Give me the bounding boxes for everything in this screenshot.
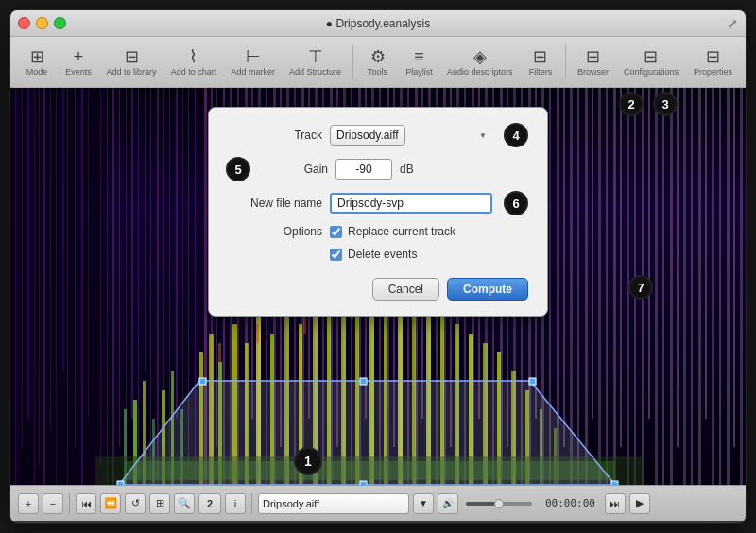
export-dialog: Track Dripsody.aiff 4 5 Gain dB bbox=[208, 107, 548, 317]
filters-icon: ⊟ bbox=[533, 48, 547, 65]
skip-end-button[interactable]: ⏭ bbox=[605, 493, 626, 514]
volume-slider[interactable] bbox=[466, 502, 532, 506]
add-button[interactable]: + bbox=[18, 493, 39, 514]
expand-icon[interactable]: ⤢ bbox=[727, 16, 738, 31]
gain-label: Gain bbox=[262, 163, 328, 176]
add-structure-icon: ⊤ bbox=[308, 48, 323, 65]
track-select-btn[interactable]: ▼ bbox=[413, 493, 434, 514]
gain-row: 5 Gain dB bbox=[228, 157, 528, 181]
add-library-label: Add to library bbox=[107, 67, 157, 77]
delete-events-label: Delete events bbox=[348, 248, 417, 261]
toolbar-filters[interactable]: ⊟ Filters bbox=[522, 44, 559, 80]
gain-unit: dB bbox=[400, 163, 414, 176]
track-selector[interactable]: Dripsody.aiff bbox=[258, 493, 409, 514]
add-chart-label: Add to chart bbox=[171, 67, 217, 77]
toolbar-right-group: ⊟ Browser ⊟ Configurations ⊟ Properties bbox=[563, 44, 738, 80]
grid-button[interactable]: ⊞ bbox=[149, 493, 170, 514]
track-select[interactable]: Dripsody.aiff bbox=[330, 125, 405, 146]
browser-label: Browser bbox=[577, 67, 609, 77]
add-marker-label: Add marker bbox=[231, 67, 275, 77]
delete-events-row: Delete events bbox=[330, 248, 455, 261]
replace-track-checkbox[interactable] bbox=[330, 226, 342, 238]
toolbar-events[interactable]: + Events bbox=[60, 44, 97, 80]
toolbar-mode[interactable]: ⊞ Mode bbox=[18, 44, 56, 80]
toolbar-playlist[interactable]: ≡ Playlist bbox=[401, 44, 438, 80]
play-button[interactable]: ▶ bbox=[629, 493, 650, 514]
numbered-circle-5: 5 bbox=[226, 157, 250, 181]
events-label: Events bbox=[65, 67, 92, 77]
maximize-button[interactable] bbox=[54, 17, 66, 29]
info-button[interactable]: i bbox=[225, 493, 246, 514]
numbered-circle-3: 3 bbox=[653, 92, 678, 116]
remove-button[interactable]: − bbox=[43, 493, 63, 514]
replace-track-row: Replace current track bbox=[330, 225, 455, 238]
numbered-circle-4: 4 bbox=[504, 123, 528, 147]
properties-icon: ⊟ bbox=[706, 48, 720, 65]
back-button[interactable]: ⏪ bbox=[100, 493, 121, 514]
configurations-label: Configurations bbox=[624, 67, 679, 77]
configurations-icon: ⊟ bbox=[644, 48, 658, 65]
track-row: Track Dripsody.aiff 4 bbox=[228, 123, 528, 147]
toolbar-add-marker[interactable]: ⊢ Add marker bbox=[226, 44, 281, 80]
track-label: Track bbox=[228, 129, 322, 142]
playlist-label: Playlist bbox=[405, 67, 433, 77]
bottom-sep-2 bbox=[251, 493, 252, 514]
dialog-buttons: Cancel Compute bbox=[228, 278, 528, 301]
delete-events-checkbox[interactable] bbox=[330, 249, 342, 261]
numbered-circle-2: 2 bbox=[619, 92, 644, 116]
toolbar-tools[interactable]: ⚙ Tools bbox=[359, 44, 397, 80]
titlebar: ● Dripsody.eanalysis ⤢ bbox=[10, 10, 746, 37]
numbered-circle-7: 7 bbox=[628, 275, 653, 300]
toolbar-add-library[interactable]: ⊟ Add to library bbox=[101, 44, 162, 80]
volume-icon[interactable]: 🔊 bbox=[438, 493, 458, 514]
track-select-wrapper: Dripsody.aiff bbox=[330, 125, 492, 146]
tools-icon: ⚙ bbox=[370, 48, 386, 65]
loop-button[interactable]: ↺ bbox=[125, 493, 146, 514]
filters-label: Filters bbox=[529, 67, 553, 77]
numbered-circle-6: 6 bbox=[504, 191, 528, 215]
playlist-icon: ≡ bbox=[414, 48, 424, 65]
options-checkboxes: Replace current track Delete events bbox=[330, 225, 455, 266]
audio-desc-icon: ◈ bbox=[473, 48, 487, 65]
close-button[interactable] bbox=[18, 17, 30, 29]
add-marker-icon: ⊢ bbox=[246, 48, 261, 65]
add-structure-label: Add Structure bbox=[289, 67, 341, 77]
mode-icon: ⊞ bbox=[30, 48, 44, 65]
replace-track-label: Replace current track bbox=[348, 225, 455, 238]
mode-label: Mode bbox=[26, 67, 48, 77]
toolbar-audio-desc[interactable]: ◈ Audio descriptors bbox=[442, 44, 518, 80]
properties-label: Properties bbox=[694, 67, 732, 77]
main-window: ● Dripsody.eanalysis ⤢ ⊞ Mode + Events ⊟… bbox=[9, 9, 747, 524]
time-display: 00:00:00 bbox=[545, 497, 595, 509]
options-label: Options bbox=[228, 225, 322, 238]
compute-button[interactable]: Compute bbox=[447, 278, 528, 301]
gain-input[interactable] bbox=[335, 159, 392, 180]
traffic-lights bbox=[18, 17, 66, 29]
toolbar-separator-2 bbox=[565, 44, 566, 78]
toolbar-separator-1 bbox=[352, 45, 353, 79]
add-library-icon: ⊟ bbox=[125, 48, 139, 65]
toolbar-properties[interactable]: ⊟ Properties bbox=[688, 44, 738, 80]
toolbar-configurations[interactable]: ⊟ Configurations bbox=[618, 44, 684, 80]
dialog-overlay: Track Dripsody.aiff 4 5 Gain dB bbox=[10, 88, 746, 485]
bottom-sep-1 bbox=[69, 493, 70, 514]
page-number[interactable]: 2 bbox=[198, 493, 221, 514]
add-chart-icon: ⌇ bbox=[189, 48, 198, 65]
toolbar-add-chart[interactable]: ⌇ Add to chart bbox=[165, 44, 222, 80]
new-file-input[interactable] bbox=[330, 193, 492, 214]
bottom-bar: + − ⏮ ⏪ ↺ ⊞ 🔍 2 i Dripsody.aiff ▼ 🔊 00:0… bbox=[10, 485, 746, 521]
window-title: ● Dripsody.eanalysis bbox=[326, 17, 430, 30]
cancel-button[interactable]: Cancel bbox=[372, 278, 439, 301]
new-file-label: New file name bbox=[228, 197, 322, 210]
new-file-row: New file name 6 bbox=[228, 191, 528, 215]
zoom-button[interactable]: 🔍 bbox=[174, 493, 195, 514]
tools-label: Tools bbox=[368, 67, 387, 77]
options-row: Options Replace current track Delete eve… bbox=[228, 225, 528, 266]
main-content: |1:00 1 2 3 Track bbox=[10, 88, 746, 485]
toolbar-add-structure[interactable]: ⊤ Add Structure bbox=[284, 44, 347, 80]
toolbar-browser[interactable]: ⊟ Browser bbox=[572, 44, 614, 80]
minimize-button[interactable] bbox=[36, 17, 48, 29]
toolbar: ⊞ Mode + Events ⊟ Add to library ⌇ Add t… bbox=[10, 37, 746, 88]
skip-back-button[interactable]: ⏮ bbox=[76, 493, 96, 514]
browser-icon: ⊟ bbox=[586, 48, 600, 65]
